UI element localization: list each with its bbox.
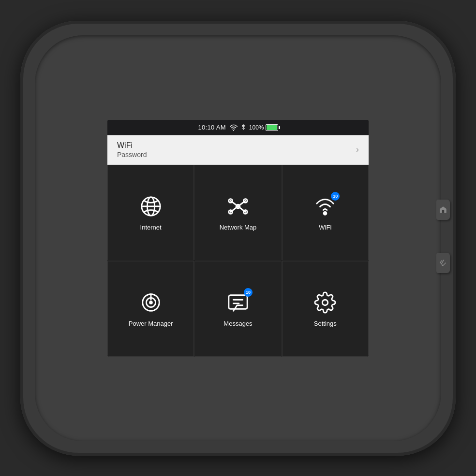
svg-line-11 [231, 206, 238, 212]
network-map-label: Network Map [220, 224, 257, 231]
usb-icon [240, 124, 246, 131]
wifi-label-grid: WiFi [319, 224, 331, 231]
power-icon [140, 291, 162, 314]
messages-icon-wrap: 10 [225, 290, 251, 315]
settings-label: Settings [314, 320, 337, 327]
wifi-info: WiFi Password [117, 141, 147, 159]
app-grid: Internet [107, 165, 369, 357]
wifi-app-cell[interactable]: 10 WiFi [282, 165, 369, 260]
wifi-label: WiFi [117, 141, 147, 150]
battery-fill [267, 125, 277, 130]
internet-label: Internet [140, 224, 162, 231]
status-bar: 10:10 AM 100% [107, 120, 369, 135]
svg-line-10 [238, 201, 245, 207]
messages-badge: 10 [244, 288, 253, 297]
wifi-row-chevron: › [356, 144, 359, 155]
internet-icon-wrap [138, 194, 164, 219]
globe-icon [140, 195, 162, 217]
power-manager-app-cell[interactable]: Power Manager [107, 261, 194, 357]
power-icon-wrap [138, 290, 164, 315]
device-outer: 10:10 AM 100% [20, 21, 456, 456]
svg-rect-18 [229, 295, 247, 309]
wifi-status-icon [230, 124, 238, 131]
wifi-password-row[interactable]: WiFi Password › [107, 135, 369, 165]
battery-container: 100% [249, 124, 278, 131]
svg-point-0 [233, 130, 234, 131]
svg-line-9 [231, 201, 238, 207]
messages-label: Messages [223, 320, 252, 327]
power-manager-label: Power Manager [129, 320, 173, 327]
back-icon [439, 259, 447, 267]
messages-app-cell[interactable]: 10 Messages [194, 261, 281, 357]
home-icon [439, 205, 447, 214]
device-screen: 10:10 AM 100% [107, 120, 369, 357]
network-map-app-cell[interactable]: Network Map [194, 165, 281, 260]
svg-point-21 [323, 300, 328, 305]
network-icon [227, 195, 249, 217]
svg-line-12 [238, 206, 245, 212]
wifi-badge: 10 [331, 192, 340, 201]
network-map-icon-wrap [225, 194, 251, 219]
device-inner: 10:10 AM 100% [35, 35, 441, 441]
status-icons: 100% [230, 124, 278, 131]
internet-app-cell[interactable]: Internet [107, 165, 194, 260]
svg-point-13 [324, 212, 327, 215]
settings-icon [314, 291, 336, 314]
wifi-icon-wrap: 10 [312, 194, 338, 219]
status-time: 10:10 AM [198, 124, 225, 131]
settings-icon-wrap [312, 290, 338, 315]
battery-icon [266, 124, 278, 131]
wifi-password-label: Password [117, 151, 147, 159]
svg-point-17 [149, 301, 153, 304]
battery-percent: 100% [249, 124, 264, 131]
back-button[interactable] [436, 253, 450, 273]
home-button[interactable] [436, 200, 450, 220]
settings-app-cell[interactable]: Settings [282, 261, 369, 357]
